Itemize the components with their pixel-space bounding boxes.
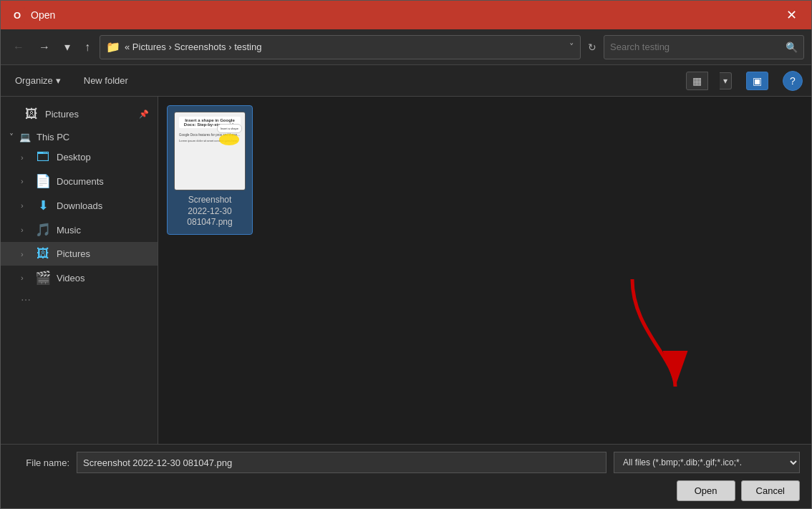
forward-button[interactable]: → bbox=[34, 38, 55, 57]
sidebar-item-desktop[interactable]: › 🗔 Desktop bbox=[1, 145, 158, 169]
view-chevron-button[interactable]: ▾ bbox=[720, 72, 732, 89]
videos-label: Videos bbox=[57, 273, 149, 283]
music-label: Music bbox=[57, 225, 149, 236]
toolbar: Organize ▾ New folder ▦ ▾ ▣ ? bbox=[1, 65, 811, 97]
pictures-folder-icon: 🖼 bbox=[35, 246, 51, 261]
documents-icon: 📄 bbox=[35, 173, 51, 189]
desktop-icon: 🗔 bbox=[35, 150, 51, 165]
pictures-icon: 🖼 bbox=[24, 107, 39, 122]
help-button[interactable]: ? bbox=[783, 71, 803, 91]
downloads-label: Downloads bbox=[57, 200, 149, 211]
file-name-label: File name: bbox=[12, 457, 69, 468]
pane-button[interactable]: ▣ bbox=[746, 72, 768, 90]
search-icon: 🔍 bbox=[786, 42, 798, 53]
refresh-button[interactable]: ↻ bbox=[585, 39, 599, 56]
videos-icon: 🎬 bbox=[35, 270, 51, 286]
folder-icon: 📁 bbox=[106, 40, 120, 54]
address-chevron-icon[interactable]: ˅ bbox=[569, 42, 574, 52]
address-bar[interactable]: 📁 « Pictures › Screenshots › testing ˅ bbox=[100, 35, 581, 59]
search-bar[interactable]: 🔍 bbox=[604, 35, 804, 59]
file-name-row: File name: All files (*.bmp;*.dib;*.gif;… bbox=[12, 452, 800, 473]
sidebar-item-music[interactable]: › 🎵 Music bbox=[1, 218, 158, 242]
sidebar-this-pc[interactable]: ˅ 💻 This PC bbox=[1, 126, 158, 145]
organize-chevron-icon: ▾ bbox=[56, 75, 61, 86]
organize-label: Organize bbox=[15, 75, 53, 86]
this-pc-icon: 💻 bbox=[19, 132, 31, 142]
address-path: « Pictures › Screenshots › testing bbox=[125, 42, 565, 52]
pin-icon: 📌 bbox=[139, 110, 149, 119]
file-name-input[interactable] bbox=[77, 452, 606, 473]
file-type-select[interactable]: All files (*.bmp;*.dib;*.gif;*.ico;*. bbox=[614, 452, 800, 473]
open-button[interactable]: Open bbox=[677, 480, 735, 501]
expand-chevron-icon: ˅ bbox=[9, 132, 14, 142]
main-area: 🖼 Pictures 📌 ˅ 💻 This PC › 🗔 Desktop › 📄 bbox=[1, 97, 811, 444]
cancel-button[interactable]: Cancel bbox=[741, 480, 800, 501]
pictures-label: Pictures bbox=[57, 248, 149, 259]
documents-label: Documents bbox=[57, 176, 149, 187]
desktop-label: Desktop bbox=[57, 152, 149, 163]
file-name: Screenshot2022-12-30081047.png bbox=[187, 195, 232, 228]
file-thumbnail: Insert a shape in Google Docs: Step-by-s… bbox=[174, 112, 246, 190]
sidebar-item-videos[interactable]: › 🎬 Videos bbox=[1, 266, 158, 290]
view-icon: ▦ bbox=[692, 75, 702, 87]
new-folder-button[interactable]: New folder bbox=[78, 72, 134, 89]
up-button[interactable]: ↑ bbox=[79, 38, 95, 57]
open-dialog: O Open ✕ ← → ▾ ↑ 📁 « Pictures › Screensh… bbox=[0, 0, 812, 509]
back-button[interactable]: ← bbox=[8, 38, 29, 57]
this-pc-label: This PC bbox=[37, 132, 69, 142]
dialog-buttons: Open Cancel bbox=[12, 480, 800, 501]
sidebar-item-pictures-pinned[interactable]: 🖼 Pictures 📌 bbox=[1, 102, 158, 126]
titlebar: O Open ✕ bbox=[1, 1, 811, 29]
sidebar-item-documents[interactable]: › 📄 Documents bbox=[1, 169, 158, 193]
organize-button[interactable]: Organize ▾ bbox=[9, 72, 67, 89]
dropdown-button[interactable]: ▾ bbox=[59, 37, 75, 57]
sidebar-item-downloads[interactable]: › ⬇ Downloads bbox=[1, 193, 158, 218]
bottom-bar: File name: All files (*.bmp;*.dib;*.gif;… bbox=[1, 444, 811, 508]
dialog-title: Open bbox=[31, 9, 780, 21]
music-icon: 🎵 bbox=[35, 222, 51, 238]
view-button[interactable]: ▦ bbox=[686, 72, 708, 90]
expand-icon: › bbox=[21, 153, 29, 162]
expand-icon: › bbox=[21, 201, 29, 210]
red-arrow bbox=[575, 272, 690, 401]
expand-icon: › bbox=[21, 273, 29, 282]
close-button[interactable]: ✕ bbox=[780, 4, 803, 26]
sidebar-item-more[interactable]: ⋯ bbox=[1, 290, 158, 310]
navbar: ← → ▾ ↑ 📁 « Pictures › Screenshots › tes… bbox=[1, 29, 811, 65]
sidebar-label: Pictures bbox=[45, 109, 133, 120]
file-item[interactable]: Insert a shape in Google Docs: Step-by-s… bbox=[167, 105, 253, 235]
downloads-icon: ⬇ bbox=[35, 198, 51, 213]
search-input[interactable] bbox=[610, 42, 786, 52]
file-area[interactable]: Insert a shape in Google Docs: Step-by-s… bbox=[158, 97, 811, 444]
sidebar: 🖼 Pictures 📌 ˅ 💻 This PC › 🗔 Desktop › 📄 bbox=[1, 97, 158, 444]
expand-icon: › bbox=[21, 177, 29, 185]
svg-text:O: O bbox=[14, 10, 21, 21]
expand-icon: › bbox=[21, 226, 29, 234]
app-icon: O bbox=[9, 7, 25, 23]
sidebar-item-pictures[interactable]: › 🖼 Pictures bbox=[1, 242, 158, 266]
expand-icon: › bbox=[21, 250, 29, 258]
